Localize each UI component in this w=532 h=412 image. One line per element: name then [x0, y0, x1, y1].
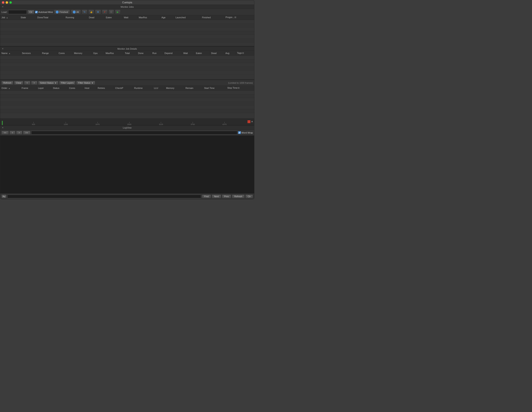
frames-col-checkp[interactable]: CheckP	[114, 86, 133, 90]
frames-table-container[interactable]: Order ▲ Frame Layer Status Cores Host Re…	[0, 86, 254, 118]
filter-status-button[interactable]: Filter Status ▼	[76, 81, 95, 85]
frames-next-button[interactable]: >	[31, 81, 38, 85]
details-col-gpu[interactable]: Gpu	[92, 51, 104, 55]
frames-col-memory[interactable]: Memory	[165, 86, 184, 90]
frames-col-runtime[interactable]: Runtime	[133, 86, 152, 90]
timeline[interactable]: 625 1250 1875 2500 3125	[0, 118, 254, 125]
details-col-depend[interactable]: Depend	[163, 51, 182, 55]
logview-prev-button[interactable]: <	[10, 131, 15, 135]
frames-col-retries[interactable]: Retries	[96, 86, 114, 90]
table-row	[0, 27, 254, 31]
jobs-col-launched[interactable]: Launched	[174, 15, 200, 20]
logview-top-toolbar: << < > >> Word Wrap	[0, 130, 254, 136]
details-table-header-row: Name ▲ Services Range Cores Memory Gpu M…	[0, 51, 254, 55]
monitor-jobs-panel: ✕ Monitor Jobs Load: Clr Autoload Mine F…	[0, 5, 254, 46]
jobs-col-age[interactable]: Age	[160, 15, 174, 20]
frames-col-frame[interactable]: Frame	[20, 86, 37, 90]
jobs-settings-icon[interactable]: ⊞	[234, 16, 236, 18]
frames-col-layer[interactable]: Layer	[37, 86, 52, 90]
aa-button[interactable]: Aa	[1, 195, 6, 198]
status-btn-3[interactable]: ♻	[95, 9, 101, 15]
jobs-col-finished[interactable]: Finished	[200, 15, 224, 20]
details-col-total[interactable]: Total	[124, 51, 137, 55]
details-settings-icon[interactable]: ⊞	[242, 52, 244, 54]
autoload-mine-label[interactable]: Autoload Mine	[35, 11, 53, 13]
autoload-mine-checkbox[interactable]	[35, 11, 38, 13]
details-col-run[interactable]: Run	[151, 51, 163, 55]
jobs-table-container[interactable]: Job ▲ State Done/Total Running Dead Eate…	[0, 15, 254, 46]
status-btn-5[interactable]: Ω	[108, 9, 114, 15]
clr-button[interactable]: Clr	[28, 10, 34, 14]
logview-path-input[interactable]	[31, 131, 237, 135]
jobs-col-progress[interactable]: Progre... ⊞	[224, 15, 254, 20]
status-btn-2[interactable]: ◕	[88, 9, 94, 15]
frames-refresh-button[interactable]: Refresh	[1, 81, 13, 85]
details-col-eaten[interactable]: Eaten	[195, 51, 210, 55]
minimize-button[interactable]	[6, 1, 8, 4]
logview-next-button[interactable]: >	[16, 131, 22, 135]
logview-last-button[interactable]: >>	[23, 131, 30, 135]
status-btn-6[interactable]: ▶	[115, 9, 121, 15]
timeline-red-marker	[247, 120, 250, 123]
monitor-job-details-close[interactable]: ✕	[1, 47, 4, 50]
details-col-range[interactable]: Range	[41, 51, 57, 55]
details-col-tags[interactable]: Tags ⊞	[236, 51, 254, 55]
status-btn-4[interactable]: ✗	[102, 9, 108, 15]
x-icon: ✗	[104, 11, 106, 13]
details-col-wait[interactable]: Wait	[182, 51, 195, 55]
wordwrap-label[interactable]: Word Wrap	[238, 131, 253, 134]
details-col-memory[interactable]: Memory	[73, 51, 92, 55]
frames-col-order[interactable]: Order ▲	[0, 86, 20, 90]
jobs-col-eaten[interactable]: Eaten	[104, 15, 123, 20]
timeline-scroll-up-icon[interactable]: ▲	[251, 120, 253, 123]
bottom-refresh-button[interactable]: Refresh	[232, 195, 245, 198]
details-col-dead[interactable]: Dead	[210, 51, 224, 55]
frames-prev-button[interactable]: <	[24, 81, 30, 85]
jobs-col-dead[interactable]: Dead	[87, 15, 104, 20]
frames-col-host[interactable]: Host	[83, 86, 96, 90]
details-table-container[interactable]: Name ▲ Services Range Cores Memory Gpu M…	[0, 51, 254, 79]
details-col-maxrss[interactable]: MaxRss	[104, 51, 124, 55]
details-col-done[interactable]: Done	[137, 51, 151, 55]
monitor-jobs-close[interactable]: ✕	[1, 6, 4, 8]
all-button[interactable]: All	[71, 9, 81, 15]
logview-first-button[interactable]: <<	[1, 131, 9, 135]
filter-layers-button[interactable]: Filter Layers	[59, 81, 76, 85]
frames-col-llu[interactable]: LLU	[152, 86, 165, 90]
next-button[interactable]: Next	[212, 195, 221, 198]
wordwrap-checkbox[interactable]	[238, 131, 241, 134]
logview-close[interactable]: ✕	[1, 127, 4, 129]
jobs-col-done-total[interactable]: Done/Total	[36, 15, 64, 20]
jobs-col-wait[interactable]: Wait	[122, 15, 137, 20]
details-col-services[interactable]: Services	[20, 51, 41, 55]
maximize-button[interactable]	[9, 1, 12, 4]
bottom-clr-button[interactable]: Clr	[246, 195, 253, 198]
find-button[interactable]: Find	[202, 195, 211, 198]
jobs-col-state[interactable]: State	[19, 15, 36, 20]
frames-settings-icon[interactable]: ⊞	[238, 87, 240, 89]
details-table-body	[0, 55, 254, 74]
status-btn-1[interactable]: ↻	[82, 9, 87, 15]
main-container: ✕ Monitor Jobs Load: Clr Autoload Mine F…	[0, 5, 254, 199]
frames-table-body	[0, 90, 254, 113]
details-col-name[interactable]: Name ▲	[0, 51, 20, 55]
jobs-col-running[interactable]: Running	[64, 15, 87, 20]
finished-button[interactable]: Finished	[54, 9, 70, 15]
frames-col-status[interactable]: Status	[52, 86, 68, 90]
jobs-col-job[interactable]: Job ▲	[0, 15, 19, 20]
frames-col-cores[interactable]: Cores	[68, 86, 83, 90]
frames-col-stop-time[interactable]: Stop Time ⊞	[226, 86, 254, 90]
close-button[interactable]	[2, 1, 4, 4]
frames-clear-button[interactable]: Clear	[14, 81, 23, 85]
select-status-button[interactable]: Select Status ▼	[38, 81, 58, 85]
search-input[interactable]	[7, 195, 201, 198]
jobs-col-maxrss[interactable]: MaxRss	[137, 15, 160, 20]
frames-col-remain[interactable]: Remain	[184, 86, 203, 90]
load-input[interactable]	[8, 10, 27, 14]
frames-col-start-time[interactable]: Start Time	[203, 86, 226, 90]
hanger-icon: Ω	[110, 11, 112, 13]
prev-button[interactable]: Prev	[222, 195, 231, 198]
details-col-cores[interactable]: Cores	[57, 51, 73, 55]
log-content-area[interactable]	[0, 136, 254, 193]
details-col-avg[interactable]: Avg	[224, 51, 236, 55]
